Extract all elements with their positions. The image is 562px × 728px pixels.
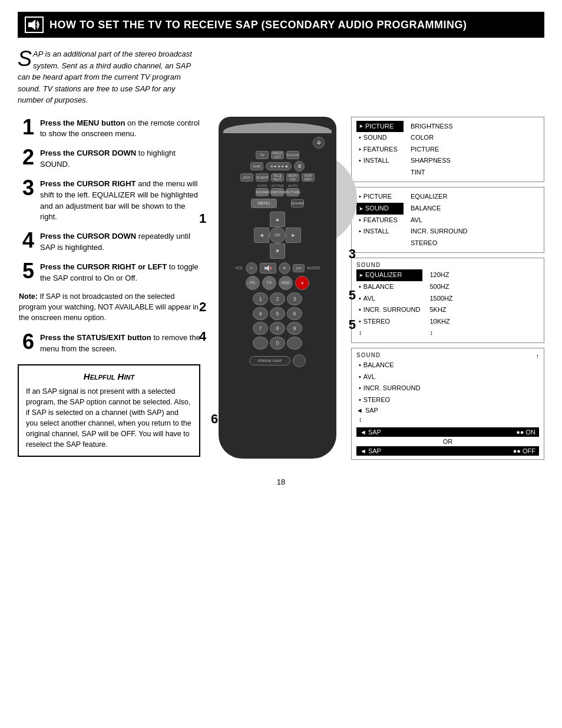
menu3-right: 120HZ 500HZ 1500HZ 5KHZ 10KHZ ↕ (427, 269, 468, 339)
num-2[interactable]: 2 (270, 292, 285, 305)
num-0[interactable]: 0 (270, 337, 285, 350)
service-button[interactable]: SERVICE (286, 173, 299, 182)
hint-box: Helpful Hint If an SAP signal is not pre… (18, 364, 200, 457)
cursor-up-button[interactable]: ▲ (270, 212, 285, 227)
power-row: ⏻ (223, 137, 332, 149)
menu4-title: SOUND (356, 352, 381, 358)
pause-button[interactable]: ⏸ (294, 161, 305, 172)
header-title: How to Set the TV to Receive SAP (Second… (49, 19, 467, 31)
vol-minus-button[interactable]: − (246, 262, 257, 274)
step-4-text: Press the CURSOR DOWN repeatedly until S… (40, 230, 200, 253)
step-5: 5 Press the CURSOR RIGHT or LEFT to togg… (18, 261, 200, 284)
num-1[interactable]: 1 (253, 292, 268, 305)
vol-ch-row: VOL − + CH AUDIO (223, 262, 332, 274)
ehd-button[interactable]: EHD (250, 162, 263, 170)
menu2-sound-item: SOUND (356, 203, 404, 215)
menu2-left: PICTURE SOUND FEATURES INSTALL (356, 191, 404, 249)
pc-button[interactable]: PC (246, 276, 260, 290)
num-9[interactable]: 9 (287, 322, 302, 335)
step-1: 1 Press the MENU button on the remote co… (18, 117, 200, 140)
num-6[interactable]: 6 (287, 307, 302, 320)
rec-button[interactable]: ● (295, 276, 309, 290)
page-container: How to Set the TV to Receive SAP (Second… (0, 0, 562, 728)
power-button[interactable]: ⏻ (313, 137, 325, 149)
remote-top (223, 123, 332, 133)
step-2: 2 Press the CURSOR DOWN to highlight SOU… (18, 147, 200, 170)
step-6-number: 6 (18, 331, 34, 353)
status-exit-button[interactable]: STATUS / EXIT (249, 356, 290, 365)
tv-button[interactable]: TV (256, 151, 269, 159)
menu3-scroll-down: ↕ (356, 327, 422, 339)
sound-auto-button[interactable]: SOUND (256, 188, 269, 196)
intro-text: SAP is an additional part of the stereo … (18, 48, 194, 106)
num-8[interactable]: 8 (270, 322, 285, 335)
hint-title: Helpful Hint (26, 371, 192, 381)
sap-off-value: ●● OFF (513, 447, 535, 454)
menu4-items: BALANCE AVL INCR. SURROUND STEREO ◄ SAP … (356, 360, 539, 426)
step-4-number: 4 (18, 230, 34, 251)
menu3-120hz: 120HZ (427, 269, 468, 281)
menu2-install-item: INSTALL (356, 226, 404, 238)
menu-panel-3: SOUND EQUALIZER BALANCE AVL INCR. SURROU… (351, 258, 544, 343)
picture-auto-button[interactable]: PICTURE (286, 188, 299, 196)
step-overlay-3: 3 (349, 246, 356, 262)
menu4-stereo: STEREO (356, 394, 539, 406)
hdd-button[interactable]: HDD (279, 276, 293, 290)
format-button[interactable]: FORMAT (302, 173, 315, 182)
cursor-down-button[interactable]: ▼ (270, 243, 285, 259)
menu-button[interactable]: MENU (251, 199, 277, 208)
page-number: 18 (18, 477, 544, 486)
active-label: ACTIVE (271, 184, 284, 187)
sound-right-button[interactable]: SOUND (291, 199, 304, 207)
control-button[interactable]: CONTROL (271, 188, 284, 196)
ok-button[interactable]: OK (269, 227, 286, 243)
note-label: Note: (19, 292, 38, 301)
intro-body: AP is an additional part of the stereo b… (18, 50, 192, 104)
sap-off-row: ◄ SAP ●● OFF (356, 446, 539, 456)
sap-on-label: ◄ SAP (360, 429, 381, 436)
step-overlay-2: 2 (199, 299, 206, 315)
drop-cap: S (18, 51, 32, 68)
step-1-number: 1 (18, 117, 34, 138)
svg-marker-1 (265, 265, 269, 271)
menu2-stereo: STEREO (408, 238, 470, 249)
cursor-left-button[interactable]: ◄ (254, 228, 269, 243)
vol-plus-button[interactable]: + (279, 262, 290, 274)
sap-on-row: ◄ SAP ●● ON (356, 427, 539, 437)
extra-btn[interactable] (293, 354, 306, 367)
num-7[interactable]: 7 (253, 322, 268, 335)
prog-list-button[interactable]: PROGLIST (271, 151, 284, 159)
menu4-scroll: ↕ (356, 414, 539, 426)
menu2-picture-item: PICTURE (356, 191, 404, 203)
svg-marker-0 (28, 19, 35, 30)
note-body: If SAP is not broadcasted on the selecte… (19, 292, 199, 322)
step-overlay-6: 6 (211, 411, 218, 427)
step-3: 3 Press the CURSOR RIGHT and the menu wi… (18, 177, 200, 223)
num-3[interactable]: 3 (287, 292, 302, 305)
function-row-3: ACC SLEEP TELETEXT SERVICE FORMAT (223, 173, 332, 182)
num-4[interactable]: 4 (253, 307, 268, 320)
menu1-sound-item: SOUND (356, 132, 404, 144)
acc-button[interactable]: ACC (240, 173, 253, 182)
step-overlay-5a: 5 (349, 288, 356, 303)
menu1-features-item: FEATURES (356, 144, 404, 156)
menu3-500hz: 500HZ (427, 281, 468, 293)
menu1-picture-item: PICTURE (356, 121, 404, 133)
transport-buttons[interactable]: ◄◄ ►► ■ (266, 162, 292, 170)
sleep-button[interactable]: SLEEP (256, 173, 269, 182)
menu4-incr-surround: INCR. SURROUND (356, 383, 539, 394)
menu-panel-2: PICTURE SOUND FEATURES INSTALL EQUALIZER… (351, 187, 544, 253)
num-0-left[interactable] (253, 337, 268, 350)
num-0-right[interactable] (287, 337, 302, 350)
menu3-left: EQUALIZER BALANCE AVL INCR. SURROUND STE… (356, 269, 422, 339)
clock-button[interactable]: CLOCK (286, 151, 299, 159)
menu1-install-item: INSTALL (356, 155, 404, 167)
auto-group: AUTO SOUND (256, 184, 269, 196)
mute-button[interactable] (260, 263, 276, 274)
menu-panel-2-inner: PICTURE SOUND FEATURES INSTALL EQUALIZER… (356, 191, 539, 249)
num-5[interactable]: 5 (270, 307, 285, 320)
teletext-button[interactable]: TELETEXT (271, 173, 284, 182)
source-row: PC TV HDD ● (223, 276, 332, 290)
tv-source-button[interactable]: TV (262, 276, 276, 290)
cursor-right-button[interactable]: ► (286, 228, 301, 243)
